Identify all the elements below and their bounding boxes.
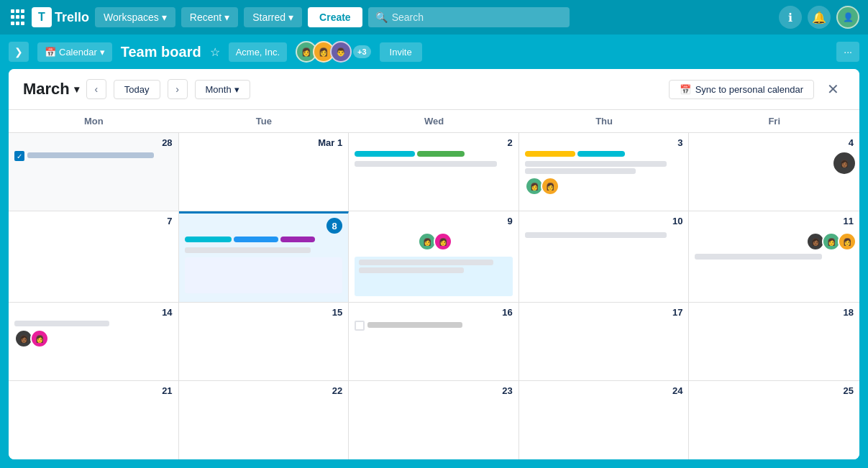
view-mode-button[interactable]: Month ▾ — [195, 80, 250, 99]
calendar-day-mar14[interactable]: 14 👩🏾 👩 — [9, 303, 179, 380]
prev-month-button[interactable]: ‹ — [86, 79, 106, 99]
day-number: 9 — [355, 216, 513, 226]
calendar-day-mar8[interactable]: 8 — [179, 211, 350, 302]
month-title: March ▾ — [23, 80, 79, 98]
event-bar — [417, 151, 465, 157]
notification-button[interactable]: 🔔 — [808, 6, 831, 29]
board-title: Team board — [121, 44, 201, 60]
event-label — [185, 247, 311, 253]
calendar-day-mar7[interactable]: 7 — [9, 211, 179, 302]
day-number: 4 — [695, 137, 854, 148]
calendar-day-mar11[interactable]: 11 👩🏾 👩 👩 — [689, 211, 859, 302]
day-number: 3 — [525, 137, 683, 148]
event-avatars: 👩 👩 — [355, 232, 513, 251]
invite-button[interactable]: Invite — [380, 42, 422, 62]
weekday-tue: Tue — [179, 110, 350, 132]
calendar-day-mar16[interactable]: 16 — [349, 303, 519, 380]
day-number: 11 — [695, 216, 854, 226]
sidebar-collapse-button[interactable]: ❯ — [9, 42, 29, 62]
user-avatar[interactable]: 👤 — [836, 6, 859, 29]
view-selector[interactable]: 📅 Calendar ▾ — [37, 42, 112, 62]
today-button[interactable]: Today — [114, 80, 160, 99]
day-number: 8 — [185, 218, 343, 234]
sync-calendar-button[interactable]: 📅 Sync to personal calendar — [669, 80, 814, 99]
calendar-day-mar9[interactable]: 9 👩 👩 — [349, 211, 519, 302]
calendar-day-mar22[interactable]: 22 — [179, 381, 350, 459]
task-item: ✓ — [14, 151, 173, 161]
event-label — [14, 321, 109, 326]
top-navigation: T Trello Workspaces ▾ Recent ▾ Starred ▾… — [0, 0, 868, 35]
nav-right-actions: ℹ 🔔 👤 — [779, 6, 859, 29]
weekday-fri: Fri — [689, 110, 859, 132]
calendar-day-mar17[interactable]: 17 — [519, 303, 690, 380]
day-number: 16 — [355, 307, 513, 318]
create-button[interactable]: Create — [308, 7, 362, 27]
calendar-week-4: 21 22 23 24 25 — [9, 381, 859, 459]
event-label — [525, 168, 636, 174]
trello-logo[interactable]: T Trello — [32, 7, 89, 27]
calendar-day-mar3[interactable]: 3 👩 👩 — [519, 133, 690, 211]
calendar-day-mar1[interactable]: Mar 1 — [179, 133, 350, 211]
checkbox-unchecked-icon — [355, 321, 365, 331]
checkbox-icon: ✓ — [14, 151, 24, 161]
starred-menu[interactable]: Starred ▾ — [244, 7, 302, 27]
day-number: 10 — [525, 216, 683, 226]
event-avatar: 👩 — [30, 329, 49, 348]
event-avatar: 👩 — [434, 232, 452, 251]
calendar-week-3: 14 👩🏾 👩 15 16 — [9, 303, 859, 381]
view-mode-dropdown-icon: ▾ — [234, 84, 239, 95]
task-label — [27, 152, 154, 158]
sub-navigation: ❯ 📅 Calendar ▾ Team board ☆ Acme, Inc. 👩… — [0, 35, 868, 69]
day-number: 22 — [185, 385, 343, 396]
task-label — [367, 322, 462, 328]
calendar-day-mar2[interactable]: 2 — [349, 133, 519, 211]
workspace-button[interactable]: Acme, Inc. — [229, 42, 287, 62]
day-number: 23 — [355, 385, 513, 396]
day-number: 28 — [14, 137, 173, 148]
event-avatar: 👩 — [838, 232, 856, 251]
info-button[interactable]: ℹ — [779, 6, 802, 29]
day-number: 17 — [525, 307, 683, 318]
event-avatars: 👩 👩 — [525, 177, 683, 196]
calendar-day-mar21[interactable]: 21 — [9, 381, 179, 459]
calendar-day-mar10[interactable]: 10 — [519, 211, 690, 302]
member-avatar-3[interactable]: 👨 — [330, 41, 352, 63]
calendar-day-mar24[interactable]: 24 — [519, 381, 690, 459]
event-bar — [185, 237, 232, 242]
calendar-day-mar18[interactable]: 18 — [689, 303, 859, 380]
day-number: Mar 1 — [185, 137, 343, 148]
event-avatars: 👩🏾 👩 — [14, 329, 173, 348]
next-month-button[interactable]: › — [168, 79, 188, 99]
day-number: 24 — [525, 385, 683, 396]
star-button[interactable]: ☆ — [210, 45, 220, 59]
calendar-day-mar23[interactable]: 23 — [349, 381, 519, 459]
event-label — [359, 267, 463, 273]
calendar-day-feb28[interactable]: 28 ✓ — [9, 133, 179, 211]
more-options-button[interactable]: ··· — [836, 42, 859, 62]
event-bar — [234, 237, 278, 242]
calendar-grid: Mon Tue Wed Thu Fri 28 ✓ Mar 1 — [9, 110, 859, 459]
month-dropdown-icon: ▾ — [74, 83, 79, 95]
event-bar — [280, 237, 315, 242]
weekday-wed: Wed — [349, 110, 519, 132]
weekday-mon: Mon — [9, 110, 179, 132]
grid-menu-icon[interactable] — [9, 9, 26, 26]
close-calendar-button[interactable]: ✕ — [821, 78, 845, 101]
calendar-container: March ▾ ‹ Today › Month ▾ 📅 Sync to pers… — [9, 69, 859, 459]
day-number: 18 — [695, 307, 854, 318]
extra-members-badge: +3 — [353, 45, 371, 58]
event-avatar: 👩🏾 — [832, 151, 856, 175]
calendar-day-mar4[interactable]: 4 👩🏾 — [689, 133, 859, 211]
calendar-day-mar15[interactable]: 15 — [179, 303, 350, 380]
event-label — [359, 260, 493, 265]
event-label — [695, 254, 821, 260]
member-avatars: 👩 👩 👨 +3 — [296, 41, 371, 63]
search-bar[interactable]: 🔍 — [368, 7, 570, 27]
event-label — [355, 161, 497, 167]
workspaces-menu[interactable]: Workspaces ▾ — [95, 7, 175, 27]
recent-menu[interactable]: Recent ▾ — [181, 7, 238, 27]
calendar-day-mar25[interactable]: 25 — [689, 381, 859, 459]
search-input[interactable] — [392, 12, 562, 23]
event-bar — [525, 151, 575, 157]
day-number: 21 — [14, 385, 173, 396]
